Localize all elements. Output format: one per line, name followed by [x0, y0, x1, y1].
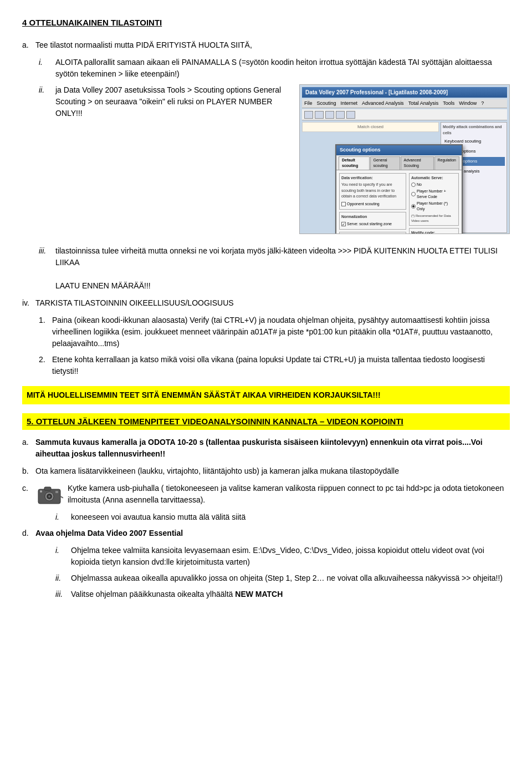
s5a-label: a. — [22, 437, 35, 460]
screenshot-inner: Data Volley 2007 Professional - [Ligatil… — [300, 85, 509, 234]
auto-serve-pno-radio — [411, 204, 416, 209]
auto-serve-title: Automatic Serve: — [411, 175, 457, 181]
substitution-group: Substitution: Suggest the substitution o… — [339, 232, 406, 234]
screenshot-toolbar — [302, 109, 507, 120]
s5c-content: Kytke kamera usb-piuhalla ( tietokoneese… — [35, 483, 510, 506]
item-ii: ii. Data Volley 2007 Professional - [Lig… — [39, 84, 510, 240]
auto-serve-no-radio — [411, 182, 416, 187]
data-verification-group: Data verification: You need to specify i… — [339, 173, 406, 210]
auto-serve-pnsc-radio — [411, 192, 416, 196]
tab-default-scouting: Default scouting — [339, 156, 370, 170]
s5d-ii-label: ii. — [55, 572, 71, 584]
item-laatu: LAATU ENNEN MÄÄRÄÄ!!! — [55, 281, 151, 290]
dialog-tabs: Default scouting General scouting Advanc… — [336, 155, 462, 170]
right-panel-label: Modify attack combinations and cells — [443, 124, 505, 136]
item-iv-text: TARKISTA TILASTOINNIN OIKEELLISUUS/LOOGI… — [35, 297, 234, 309]
highlight-text: MITÄ HUOLELLISEMMIN TEET SITÄ ENEMMÄN SÄ… — [22, 386, 510, 404]
item-ii-content: Data Volley 2007 Professional - [Ligatil… — [55, 84, 510, 240]
s5c-text: Kytke kamera usb-piuhalla ( tietokoneese… — [68, 483, 510, 506]
toolbar-btn-2 — [315, 111, 324, 119]
item-iv-label: iv. — [22, 297, 35, 309]
auto-serve-no: No — [411, 182, 457, 188]
svg-point-3 — [48, 495, 50, 498]
opponent-scouting-cb: Opponent scouting — [341, 201, 404, 207]
s5c: c. Kytke kamera usb-piuhalla ( tietokone… — [22, 483, 510, 506]
screenshot: Data Volley 2007 Professional - [Ligatil… — [299, 84, 510, 234]
item-i-label: i. — [39, 57, 55, 80]
s5d: d. Avaa ohjelma Data Video 2007 Essentia… — [22, 527, 510, 539]
auto-serve-group: Automatic Serve: No Player Number — [409, 173, 459, 226]
camera-icon — [35, 484, 63, 506]
dialog-body: Data verification: You need to specify i… — [336, 170, 462, 234]
opponent-scouting-label: Opponent scouting — [347, 201, 380, 207]
numbered-2-label: 2. — [39, 354, 52, 377]
s5d-iii-label: iii. — [55, 589, 71, 600]
menu-total: Total Analysis — [408, 100, 439, 108]
normalization-group: Normalization ✓ Serve: scout starting zo… — [339, 212, 406, 230]
s5c-i-label: i. — [55, 511, 71, 523]
screenshot-titlebar: Data Volley 2007 Professional - [Ligatil… — [302, 87, 507, 98]
item-a-text: Tee tilastot normaalisti mutta PIDÄ ERIT… — [35, 39, 252, 51]
dialog-title: Scouting options — [336, 145, 462, 155]
item-a: a. Tee tilastot normaalisti mutta PIDÄ E… — [22, 39, 510, 51]
menu-tools: Tools — [443, 100, 454, 108]
data-verification-title: Data verification: — [341, 175, 404, 181]
auto-serve-pnsc: Player Number + Serve Code — [411, 189, 457, 200]
item-a-label: a. — [22, 39, 35, 51]
s5a-text: Sammuta kuvaus kameralla ja ODOTA 10-20 … — [35, 437, 510, 460]
s5d-iii: iii. Valitse ohjelman pääikkunasta oikea… — [55, 589, 510, 600]
s5d-ii: ii. Ohjelmassa aukeaa oikealla apuvalikk… — [55, 572, 510, 584]
item-i: i. ALOITA pallorallit samaan aikaan eli … — [39, 57, 510, 80]
s5d-i-text: Ohjelma tekee valmiita kansioita levyase… — [71, 545, 510, 568]
item-iii-content: tilastoinnissa tulee virheitä mutta onne… — [55, 245, 510, 292]
item-ii-label: ii. — [39, 84, 55, 96]
numbered-1: 1. Paina (oikean koodi-ikkunan alaosasta… — [39, 315, 510, 349]
normalization-title: Normalization — [341, 214, 404, 220]
s5d-i: i. Ohjelma tekee valmiita kansioita levy… — [55, 545, 510, 568]
opponent-scouting-check — [341, 202, 346, 206]
s5d-ii-text: Ohjelmassa aukeaa oikealla apuvalikko jo… — [71, 572, 503, 584]
s5d-text: Avaa ohjelma Data Video 2007 Essential — [35, 527, 183, 539]
toolbar-btn-3 — [325, 111, 334, 119]
normalization-label: Serve: scout starting zone — [347, 221, 392, 227]
s5b: b. Ota kamera lisätarvikkeineen (laukku,… — [22, 465, 510, 477]
item-iii: iii. tilastoinnissa tulee virheitä mutta… — [39, 245, 510, 292]
menu-file: File — [304, 100, 313, 108]
svg-rect-4 — [44, 487, 51, 490]
menu-advanced: Advanced Analysis — [362, 100, 404, 108]
section5: 5. OTTELUN JÄLKEEN TOIMENPITEET VIDEOANA… — [22, 413, 510, 601]
item-iii-text: tilastoinnissa tulee virheitä mutta onne… — [55, 246, 498, 267]
screenshot-main: Match closed Scouting options Default sc… — [302, 122, 507, 233]
s5b-text: Ota kamera lisätarvikkeineen (laukku, vi… — [35, 465, 399, 477]
tab-regulation: Regulation — [434, 156, 459, 170]
s5c-i: i. koneeseen voi avautua kansio mutta äl… — [55, 511, 510, 523]
highlight-block: MITÄ HUOLELLISEMMIN TEET SITÄ ENEMMÄN SÄ… — [22, 386, 510, 404]
auto-serve-pno: Player Number (*) Only — [411, 201, 457, 212]
menu-internet: Internet — [341, 100, 358, 108]
toolbar-btn-1 — [304, 111, 313, 119]
s5c-label: c. — [22, 483, 35, 494]
auto-serve-recommended: (*) Recommended for Data Video users — [411, 214, 457, 224]
numbered-1-label: 1. — [39, 315, 52, 349]
numbered-1-text: Paina (oikean koodi-ikkunan alaosasta) V… — [52, 315, 510, 349]
item-i-text: ALOITA pallorallit samaan aikaan eli PAI… — [55, 57, 510, 80]
tab-advanced-scouting: Advanced Scouting — [401, 156, 434, 170]
item-iv: iv. TARKISTA TILASTOINNIN OIKEELLISUUS/L… — [22, 297, 510, 309]
modify-code-title: Modify code: — [411, 230, 457, 234]
section5-title: 5. OTTELUN JÄLKEEN TOIMENPITEET VIDEOANA… — [22, 413, 510, 430]
svg-line-7 — [60, 496, 63, 499]
screenshot-menubar: File Scouting Internet Advanced Analysis… — [302, 99, 507, 109]
scouting-options-dialog: Scouting options Default scouting Genera… — [335, 144, 463, 234]
item-iii-label: iii. — [39, 245, 55, 292]
normalization-check: ✓ — [341, 222, 346, 226]
s5d-iii-text: Valitse ohjelman pääikkunasta oikealta y… — [71, 589, 283, 600]
s5d-i-label: i. — [55, 545, 71, 568]
data-verification-text: You need to specify if you are scouting … — [341, 182, 404, 200]
modify-code-group: Modify code: Set cursor at the end of th… — [409, 228, 459, 234]
section4-heading: 4 OTTELUNAIKAINEN TILASTOINTI — [22, 17, 510, 29]
menu-help: ? — [481, 100, 484, 108]
numbered-2-text: Etene kohta kerrallaan ja katso mikä voi… — [52, 354, 510, 377]
tab-general-scouting: General scouting — [370, 156, 400, 170]
svg-rect-5 — [55, 491, 58, 493]
menu-scouting: Scouting — [317, 100, 336, 108]
